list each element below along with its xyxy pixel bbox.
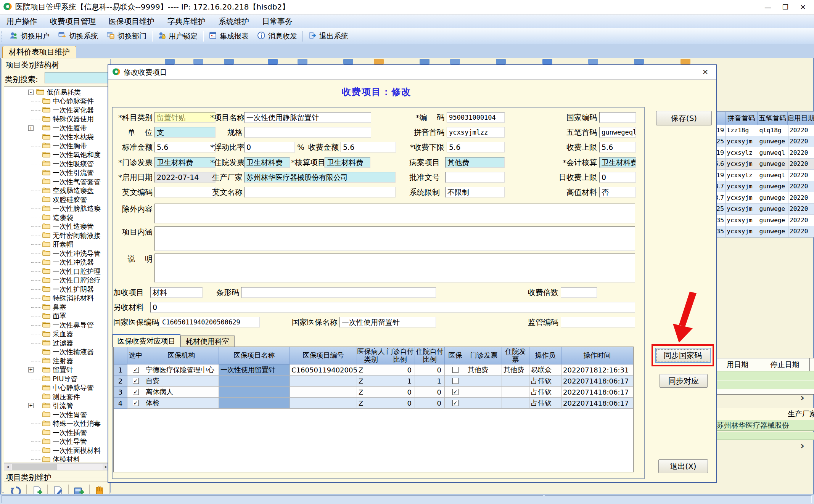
field-input-accounting_item[interactable]: 卫生材料费	[325, 157, 370, 168]
checkbox-icon[interactable]: ✓	[133, 400, 139, 406]
menu-item-4[interactable]: 字典库维护	[161, 16, 212, 27]
checkbox-icon[interactable]: ✓	[133, 367, 139, 373]
collapse-icon[interactable]: -	[28, 90, 34, 95]
field-input-supervision_code[interactable]	[561, 317, 635, 327]
tree-item[interactable]: PIU导管	[4, 374, 109, 384]
field-textarea-exclusions[interactable]	[154, 204, 635, 223]
scroll-right-icon[interactable]: ›	[800, 392, 804, 403]
expand-icon[interactable]: +	[28, 125, 34, 131]
tree-item[interactable]: 造瘘袋	[4, 213, 109, 222]
table-row[interactable]: 3✓离休病人Z00✓占伟钦2022071418:06:17	[114, 387, 633, 398]
insurance-checkbox-cell[interactable]	[445, 376, 466, 387]
tab-consumable-departments[interactable]: 耗材使用科室	[180, 335, 235, 347]
tree-item[interactable]: 一次性胃管	[4, 410, 109, 419]
user-lock-button[interactable]: 用户锁定	[153, 30, 202, 42]
field-input-code[interactable]: 950031000104	[447, 112, 505, 123]
table-row[interactable]: 19lzz18gqlq18g20220	[715, 125, 814, 136]
field-input-extra_material[interactable]: 0	[150, 302, 635, 313]
tree-item[interactable]: 注射器	[4, 356, 109, 366]
table-row[interactable]: 25ycxsyjmgunwege20220	[715, 204, 814, 215]
table-row[interactable]: 4✓体检Z00✓占伟钦2022071418:06:17	[114, 398, 633, 409]
tree-item[interactable]: 过滤器	[4, 339, 109, 348]
tree-item[interactable]: 一次性输液器	[4, 348, 109, 357]
tree-item[interactable]: 特殊消耗材料	[4, 294, 109, 303]
field-input-national_code[interactable]	[599, 112, 636, 123]
row-select-checkbox[interactable]: ✓	[127, 387, 144, 398]
expand-icon[interactable]: +	[28, 367, 34, 372]
tree-item[interactable]: 一次性扩阴器	[4, 285, 109, 294]
tree-item[interactable]: 一次性面模材料	[4, 446, 109, 455]
tree-item[interactable]: 空残肠造瘘盘	[4, 186, 109, 196]
menu-item-5[interactable]: 系统维护	[212, 16, 256, 27]
tree-item[interactable]: 一次性冲洗导管	[4, 249, 109, 258]
category-search-input[interactable]	[45, 72, 110, 83]
field-textarea-description[interactable]	[154, 254, 635, 282]
dialog-exit-button[interactable]: 退出(X)	[658, 459, 708, 473]
checkbox-icon[interactable]: ✓	[133, 389, 139, 395]
integrated-report-button[interactable]: 集成报表	[204, 30, 253, 42]
tree-item[interactable]: 中心静脉套件	[4, 97, 109, 106]
table-row[interactable]: 19ycxsylzgunweql20220	[715, 147, 814, 159]
tree-item[interactable]: +留置针	[4, 366, 109, 375]
field-input-subject_category[interactable]: 留置针贴	[154, 112, 216, 123]
tab-insurance-mapping[interactable]: 医保收费对应项目	[113, 334, 180, 347]
tree-item[interactable]: 一次性吸痰管	[4, 159, 109, 169]
tree-item[interactable]: 一次性水枕袋	[4, 133, 109, 142]
scroll-left-icon[interactable]: ◂	[4, 464, 11, 470]
field-input-high_value_material[interactable]: 否	[599, 187, 636, 197]
field-input-fiscal_accounting[interactable]: 卫生材料费	[599, 157, 636, 168]
switch-system-button[interactable]: 切换系统	[54, 30, 102, 42]
checkbox-icon[interactable]: ✓	[452, 400, 458, 406]
insurance-checkbox-cell[interactable]: ✓	[445, 398, 466, 409]
tree-item[interactable]: 一次性插管	[4, 428, 109, 437]
field-input-daily_charge_upper[interactable]: 0	[599, 172, 636, 183]
maximize-button[interactable]: ❐	[777, 2, 794, 13]
row-select-checkbox[interactable]: ✓	[127, 398, 144, 409]
checkbox-icon[interactable]: ✓	[452, 389, 458, 395]
tree-horizontal-scrollbar[interactable]: ◂ ▸	[4, 463, 110, 470]
tree-item[interactable]: 一次性膀胱造瘘	[4, 204, 109, 213]
tree-item[interactable]: 一次性气管套管	[4, 177, 109, 186]
field-input-case_item[interactable]: 其他费	[445, 157, 505, 168]
save-button[interactable]: 保存(S)	[656, 111, 712, 125]
field-input-english_code[interactable]	[154, 187, 216, 197]
menu-item-2[interactable]: 收费项目管理	[43, 16, 102, 27]
tree-item[interactable]: 面罩	[4, 312, 109, 321]
table-row[interactable]: 35ycxsyjmgunwege20220	[715, 226, 814, 238]
tree-item[interactable]: 一次性鼻导管	[4, 321, 109, 330]
tree-item[interactable]: 无针密闭输液接	[4, 231, 109, 240]
dialog-close-icon[interactable]: ✕	[700, 67, 711, 77]
field-input-start_date[interactable]: 2022-07-14	[154, 172, 216, 183]
table-row[interactable]: 1✓宁德医疗保险管理中心一次性使用留置针C1605011940200500629…	[114, 364, 633, 376]
tree-item[interactable]: 一次性导管	[4, 437, 109, 446]
checkbox-icon[interactable]: ✓	[133, 378, 139, 384]
tree-item[interactable]: 一次性造瘘管	[4, 222, 109, 231]
row-select-checkbox[interactable]: ✓	[127, 376, 144, 387]
field-input-national_insurance_name[interactable]: 一次性使用留置针	[339, 317, 436, 327]
tree-item[interactable]: 一次性口腔治疗	[4, 276, 109, 285]
field-input-unit[interactable]: 支	[154, 127, 216, 138]
tree-item[interactable]: 双腔硅胶管	[4, 195, 109, 204]
tab-material-price-maintenance[interactable]: 材料价表项目维护	[2, 46, 76, 58]
tree-item[interactable]: 一次性雾化器	[4, 106, 109, 115]
tree-item[interactable]: 鼻塞	[4, 303, 109, 312]
expand-icon[interactable]: +	[28, 403, 34, 408]
sync-national-code-button[interactable]: 同步国家码	[655, 348, 711, 363]
tree-item[interactable]: +一次性腹带	[4, 124, 109, 133]
field-input-surcharge_item[interactable]: 材料	[150, 287, 203, 298]
tree-item[interactable]: 中心静脉导管	[4, 384, 109, 393]
field-input-inpatient_invoice[interactable]: 卫生材料费	[244, 157, 290, 168]
insurance-checkbox-cell[interactable]	[445, 364, 466, 376]
field-input-barcode[interactable]	[241, 287, 436, 298]
field-input-approval_no[interactable]	[445, 172, 505, 183]
menu-item-3[interactable]: 医保项目维护	[102, 16, 161, 27]
checkbox-icon[interactable]	[452, 378, 458, 384]
menu-item-1[interactable]: 用户操作	[0, 16, 43, 27]
tree-item[interactable]: 体模材料	[4, 455, 109, 463]
row-select-checkbox[interactable]: ✓	[127, 364, 144, 376]
switch-department-button[interactable]: 切换部门	[102, 30, 151, 42]
table-row[interactable]: 25ycxsyjmgunwege20220	[715, 136, 814, 148]
field-input-manufacturer[interactable]: 苏州林华医疗器械股份有限公司	[244, 172, 396, 183]
tree-item[interactable]: 一次性氧饱和度	[4, 151, 109, 160]
tree-item[interactable]: 特殊仪器使用	[4, 115, 109, 124]
